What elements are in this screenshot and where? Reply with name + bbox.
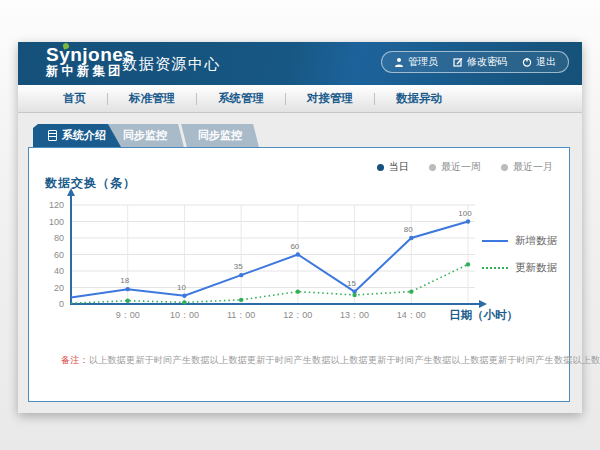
user-menu-logout[interactable]: 退出 [522, 55, 556, 69]
user-menu-user[interactable]: 管理员 [394, 55, 438, 69]
nav-item-2[interactable]: 系统管理 [197, 91, 285, 106]
svg-text:9：00: 9：00 [116, 310, 140, 320]
page-title: 数据资源中心 [122, 55, 221, 74]
tab-bar: 系统介绍同步监控同步监控 [33, 124, 256, 147]
nav-item-4[interactable]: 数据异动 [375, 91, 463, 106]
footnote-text: 以上数据更新于时间产生数据以上数据更新于时间产生数据以上数据更新于时间产生数据以… [89, 355, 600, 365]
user-icon [394, 57, 404, 67]
nav-item-3[interactable]: 对接管理 [286, 91, 374, 106]
svg-text:35: 35 [234, 262, 243, 271]
app-window: Synjones 新中新集团 数据资源中心 管理员修改密码退出 首页标准管理系统… [18, 42, 582, 413]
svg-text:100: 100 [49, 217, 64, 227]
svg-text:15: 15 [347, 279, 356, 288]
footnote-prefix: 备注： [61, 355, 89, 365]
svg-text:100: 100 [458, 209, 472, 218]
document-icon [48, 130, 57, 141]
main-nav: 首页标准管理系统管理对接管理数据异动 [18, 85, 582, 113]
svg-text:60: 60 [290, 242, 299, 251]
footnote: 备注：以上数据更新于时间产生数据以上数据更新于时间产生数据以上数据更新于时间产生… [61, 354, 600, 367]
x-axis-title: 日期（小时） [449, 308, 518, 323]
nav-item-0[interactable]: 首页 [42, 91, 107, 106]
content-panel: 当日最近一周最近一月 数据交换（条） 0204060801001209：0010… [28, 147, 570, 402]
tab-2[interactable]: 同步监控 [181, 124, 259, 147]
svg-text:80: 80 [404, 225, 413, 234]
svg-text:14：00: 14：00 [397, 310, 426, 320]
screen: Synjones 新中新集团 数据资源中心 管理员修改密码退出 首页标准管理系统… [0, 0, 600, 450]
legend-series-0[interactable]: 新增数据 [482, 234, 557, 248]
tab-0[interactable]: 系统介绍 [33, 124, 121, 147]
user-menu-edit[interactable]: 修改密码 [453, 55, 507, 69]
user-menu: 管理员修改密码退出 [381, 51, 569, 73]
svg-text:20: 20 [54, 283, 64, 293]
app-header: Synjones 新中新集团 数据资源中心 管理员修改密码退出 [18, 42, 582, 85]
svg-text:13：00: 13：00 [340, 310, 369, 320]
nav-item-1[interactable]: 标准管理 [108, 91, 196, 106]
edit-icon [453, 57, 463, 67]
legend-series-1[interactable]: 更新数据 [482, 261, 557, 275]
svg-text:18: 18 [120, 276, 129, 285]
legend-line-icon [482, 240, 508, 242]
svg-text:11：00: 11：00 [227, 310, 255, 320]
legend-line-icon [482, 267, 508, 269]
svg-text:60: 60 [54, 250, 64, 260]
svg-text:120: 120 [49, 200, 64, 210]
svg-text:0: 0 [59, 299, 64, 309]
svg-text:10: 10 [177, 283, 186, 292]
series-legend: 新增数据更新数据 [482, 234, 557, 275]
logout-icon [522, 57, 532, 67]
svg-text:12：00: 12：00 [283, 310, 312, 320]
svg-text:80: 80 [54, 233, 64, 243]
svg-text:40: 40 [54, 266, 64, 276]
svg-text:10：00: 10：00 [170, 310, 199, 320]
